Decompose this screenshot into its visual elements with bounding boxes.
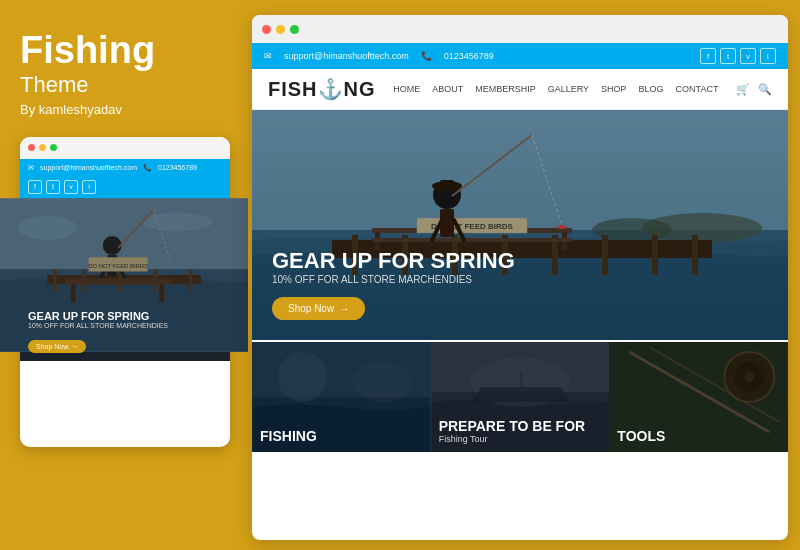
- desktop-social-ig[interactable]: i: [760, 48, 776, 64]
- card-prepare-content: PREPARE TO BE FOR Fishing Tour: [431, 342, 610, 452]
- nav-gallery[interactable]: GALLERY: [548, 84, 589, 94]
- desktop-browser: ✉ support@himanshuofttech.com 📞 01234567…: [252, 15, 788, 540]
- desktop-logo-hook: ⚓: [318, 78, 344, 100]
- desktop-social-tw[interactable]: t: [720, 48, 736, 64]
- desktop-phone: 0123456789: [444, 51, 494, 61]
- desktop-hero-content: GEAR UP FOR SPRING 10% OFF FOR ALL STORE…: [272, 248, 768, 320]
- left-panel: Fishing Theme By kamleshyadav ✉ support@…: [0, 0, 248, 550]
- desktop-cyan-left: ✉ support@himanshuofttech.com 📞 01234567…: [264, 51, 494, 61]
- browser-dot-red: [262, 25, 271, 34]
- card-prepare: PREPARE TO BE FOR Fishing Tour: [431, 342, 610, 452]
- desktop-shop-label: Shop Now: [288, 303, 334, 314]
- mobile-hero-title: GEAR UP FOR SPRING: [28, 310, 222, 322]
- card-fishing: FISHING: [252, 342, 431, 452]
- nav-home[interactable]: HOME: [393, 84, 420, 94]
- desktop-arrow-icon: →: [339, 303, 349, 314]
- search-icon[interactable]: 🔍: [758, 83, 772, 96]
- mobile-hero-sub: 10% OFF FOR ALL STORE MARCHENDIES: [28, 322, 222, 329]
- desktop-email-icon: ✉: [264, 51, 272, 61]
- nav-icons: 🛒 🔍: [736, 83, 772, 96]
- nav-links: HOME ABOUT MEMBERSHIP GALLERY SHOP BLOG …: [393, 84, 718, 94]
- desktop-nav: FISH⚓NG HOME ABOUT MEMBERSHIP GALLERY SH…: [252, 69, 788, 110]
- desktop-shop-button[interactable]: Shop Now →: [272, 297, 365, 320]
- card-tools-content: TOOLS: [609, 342, 788, 452]
- mobile-hero: DO NOT FEED BIRDS GEAR UP FOR SPRING 10%…: [20, 231, 230, 361]
- bottom-cards: FISHING PREPARE TO BE FOR Fishing Tour: [252, 342, 788, 452]
- mobile-mockup: ✉ support@himanshuofttech.com 📞 01234567…: [20, 137, 230, 447]
- mobile-hero-content: GEAR UP FOR SPRING 10% OFF FOR ALL STORE…: [28, 310, 222, 353]
- cart-icon[interactable]: 🛒: [736, 83, 750, 96]
- card-fishing-title: FISHING: [260, 429, 423, 444]
- card-prepare-sub: Fishing Tour: [439, 434, 602, 444]
- nav-membership[interactable]: MEMBERSHIP: [475, 84, 536, 94]
- nav-contact[interactable]: CONTACT: [676, 84, 719, 94]
- desktop-hero-sub: 10% OFF FOR ALL STORE MARCHENDIES: [272, 274, 768, 285]
- card-tools-title: TOOLS: [617, 429, 780, 444]
- card-fishing-content: FISHING: [252, 342, 431, 452]
- nav-blog[interactable]: BLOG: [639, 84, 664, 94]
- desktop-logo: FISH⚓NG: [268, 77, 376, 101]
- desktop-email: support@himanshuofttech.com: [284, 51, 409, 61]
- browser-dot-yellow: [276, 25, 285, 34]
- desktop-social-fb[interactable]: f: [700, 48, 716, 64]
- mobile-shop-button[interactable]: Shop Now →: [28, 340, 86, 353]
- nav-shop[interactable]: SHOP: [601, 84, 627, 94]
- browser-topbar: [252, 15, 788, 43]
- mobile-arrow-icon: →: [71, 343, 78, 350]
- desktop-social-vk[interactable]: v: [740, 48, 756, 64]
- mobile-shop-label: Shop Now: [36, 343, 68, 350]
- card-tools: TOOLS: [609, 342, 788, 452]
- card-prepare-title: PREPARE TO BE FOR: [439, 419, 602, 434]
- desktop-social-row: f t v i: [700, 48, 776, 64]
- desktop-hero-title: GEAR UP FOR SPRING: [272, 248, 768, 274]
- nav-about[interactable]: ABOUT: [432, 84, 463, 94]
- desktop-cyan-bar: ✉ support@himanshuofttech.com 📞 01234567…: [252, 43, 788, 69]
- browser-dot-green: [290, 25, 299, 34]
- desktop-phone-icon: 📞: [421, 51, 432, 61]
- desktop-hero: DO NOT FEED BIRDS GEAR UP FOR SPRING 10%…: [252, 110, 788, 340]
